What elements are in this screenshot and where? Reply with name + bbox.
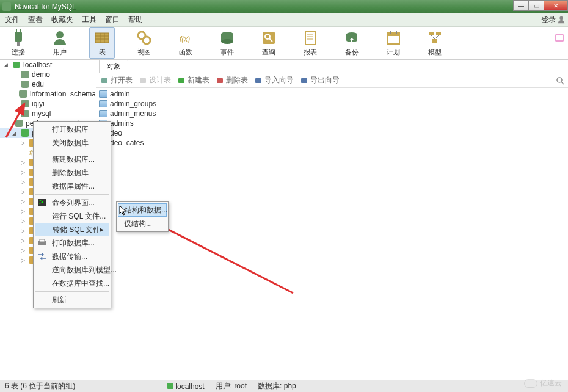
twisty-icon[interactable]: ▷ <box>21 218 27 224</box>
menu-favorites[interactable]: 收藏夹 <box>51 15 73 25</box>
tab-objects[interactable]: 对象 <box>99 59 128 73</box>
table-row[interactable]: admins <box>96 118 568 128</box>
toolbar-view-button[interactable]: 视图 <box>132 28 156 58</box>
table-row[interactable]: admin_menus <box>96 109 568 118</box>
table-row[interactable]: admin <box>96 89 568 99</box>
context-menu-item[interactable]: 数据传输... <box>35 250 109 263</box>
context-menu-item[interactable]: 刷新 <box>35 293 109 307</box>
svg-rect-36 <box>101 78 107 83</box>
svg-rect-47 <box>40 239 45 242</box>
tree-db-item[interactable]: demo <box>0 70 96 79</box>
context-menu-item[interactable]: 运行 SQL 文件... <box>35 209 109 223</box>
tree-db-item[interactable]: iqiyi <box>0 99 96 109</box>
menu-label: 数据库属性... <box>52 181 95 192</box>
objtb-delete-button[interactable]: 删除表 <box>216 75 248 85</box>
svg-rect-30 <box>436 32 441 35</box>
twisty-icon[interactable]: ▷ <box>21 189 27 195</box>
menu-tools[interactable]: 工具 <box>82 15 96 25</box>
table-row[interactable]: deo <box>96 128 568 138</box>
toolbar-event-button[interactable]: 事件 <box>215 28 239 58</box>
toolbar-model-button[interactable]: 模型 <box>423 28 447 58</box>
context-menu-item[interactable]: 新建数据库... <box>35 153 109 166</box>
table-row[interactable]: deo_cates <box>96 138 568 148</box>
transfer-icon <box>37 252 47 261</box>
titlebar: Navicat for MySQL — ▭ ✕ <box>0 0 568 13</box>
table-row[interactable]: admin_groups <box>96 99 568 109</box>
svg-rect-35 <box>556 35 563 41</box>
twisty-icon[interactable]: ▷ <box>21 238 27 244</box>
context-menu-item[interactable]: 删除数据库 <box>35 166 109 180</box>
context-menu-item[interactable]: 转储 SQL 文件▶ <box>35 223 109 236</box>
twisty-icon[interactable]: ▷ <box>21 198 27 205</box>
cmd-icon: >_ <box>37 198 47 208</box>
twisty-icon[interactable]: ▷ <box>21 208 27 214</box>
maximize-button[interactable]: ▭ <box>528 0 544 11</box>
objtb-export-button[interactable]: 导出向导 <box>300 75 340 85</box>
context-menu-item[interactable]: 打印数据库... <box>35 236 109 250</box>
toolbar-query-button[interactable]: 查询 <box>257 28 281 58</box>
menu-label: 命令列界面... <box>52 198 95 208</box>
menu-label: 仅结构... <box>124 219 152 229</box>
database-icon <box>21 81 29 88</box>
minimize-button[interactable]: — <box>513 0 529 11</box>
menu-window[interactable]: 窗口 <box>105 15 120 25</box>
database-icon <box>21 110 29 117</box>
toolbar-fx-button[interactable]: f(x)函数 <box>173 28 198 58</box>
search-icon[interactable] <box>556 76 564 85</box>
menu-view[interactable]: 查看 <box>28 15 43 25</box>
import-icon <box>254 76 263 85</box>
toolbar-table-button[interactable]: 表 <box>89 27 115 59</box>
new-icon <box>177 76 186 85</box>
login-link[interactable]: 登录 <box>541 15 556 25</box>
twisty-icon[interactable]: ▷ <box>21 257 27 263</box>
twisty-icon[interactable]: ▷ <box>21 169 27 175</box>
tabbar: 对象 <box>96 60 568 73</box>
twisty-icon[interactable]: ◢ <box>4 62 10 68</box>
objtb-new-button[interactable]: 新建表 <box>177 75 209 85</box>
table-name: deo_cates <box>110 139 144 147</box>
toolbar-backup-button[interactable]: 备份 <box>340 28 364 58</box>
menu-label: 在数据库中查找... <box>52 278 109 289</box>
context-menu-item[interactable]: 在数据库中查找... <box>35 277 109 290</box>
toolbar-report-button[interactable]: 报表 <box>298 28 322 58</box>
toolbar-plug-button[interactable]: 连接 <box>6 28 31 58</box>
delete-icon <box>216 76 224 85</box>
menu-help[interactable]: 帮助 <box>128 15 143 25</box>
twisty-icon[interactable]: ▷ <box>21 247 27 253</box>
close-button[interactable]: ✕ <box>544 0 568 11</box>
tree-connection[interactable]: ◢ localhost <box>0 60 96 70</box>
context-menu-item[interactable]: 关闭数据库 <box>35 136 109 150</box>
objtb-open-button[interactable]: 打开表 <box>100 75 133 85</box>
twisty-icon[interactable]: ▷ <box>21 140 27 146</box>
window-controls: — ▭ ✕ <box>514 0 568 11</box>
sub-context-item[interactable]: 仅结构... <box>118 217 167 230</box>
tree-db-item[interactable]: information_schema <box>0 89 96 99</box>
menu-file[interactable]: 文件 <box>5 15 20 25</box>
submenu-arrow-icon: ▶ <box>100 227 104 233</box>
tree-db-item[interactable]: mysql <box>0 109 96 118</box>
context-menu-item[interactable]: 逆向数据库到模型... <box>35 263 109 277</box>
toolbar-user-button[interactable]: 用户 <box>48 28 72 58</box>
menu-label: 新建数据库... <box>52 154 95 165</box>
statusbar: 6 表 (6 位于当前的组) localhost 用户: root 数据库: p… <box>0 380 568 392</box>
svg-rect-34 <box>13 62 20 68</box>
svg-rect-20 <box>305 31 315 45</box>
db-name: information_schema <box>30 90 96 98</box>
twisty-icon[interactable]: ▷ <box>21 179 27 185</box>
backup-icon <box>343 29 360 46</box>
twisty-icon[interactable]: ▷ <box>21 228 27 234</box>
table-icon <box>93 29 111 46</box>
toolbar-schedule-button[interactable]: 计划 <box>381 28 406 58</box>
context-menu-item[interactable]: >_命令列界面... <box>35 196 109 209</box>
svg-rect-37 <box>140 78 146 83</box>
objtb-import-button[interactable]: 导入向导 <box>254 75 294 85</box>
svg-point-5 <box>56 31 64 38</box>
menu-label: 打印数据库... <box>52 238 95 249</box>
panel-icon[interactable] <box>555 33 564 43</box>
twisty-icon[interactable]: ▷ <box>21 159 27 165</box>
tree-db-item[interactable]: edu <box>0 79 96 89</box>
context-menu-item[interactable]: 打开数据库 <box>35 123 109 136</box>
twisty-icon[interactable]: ◢ <box>12 130 18 136</box>
objtb-design-button[interactable]: 设计表 <box>139 75 171 85</box>
context-menu-item[interactable]: 数据库属性... <box>35 180 109 193</box>
